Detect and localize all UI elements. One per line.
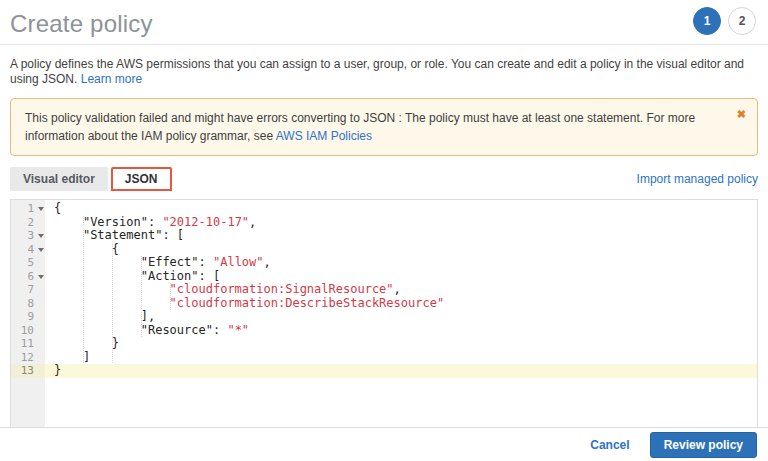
code-line[interactable]: "Version": "2012-10-17", — [45, 216, 757, 230]
page-title: Create policy — [10, 10, 754, 38]
footer-bar: Cancel Review policy — [0, 427, 768, 461]
code-line[interactable]: } — [45, 337, 757, 351]
step-circle-2: 2 — [728, 7, 756, 35]
learn-more-link[interactable]: Learn more — [81, 72, 142, 86]
code-line[interactable]: "Resource": "*" — [45, 324, 757, 338]
code-line[interactable]: "Statement": [ — [45, 229, 757, 243]
step-circle-1: 1 — [693, 7, 721, 35]
aws-iam-policies-link[interactable]: AWS IAM Policies — [276, 129, 372, 143]
line-number: 5 — [11, 256, 45, 270]
line-number: 9 — [11, 310, 45, 324]
cancel-button[interactable]: Cancel — [590, 438, 629, 452]
tab-json[interactable]: JSON — [111, 167, 172, 191]
line-number: 7 — [11, 283, 45, 297]
fold-caret-icon[interactable] — [38, 275, 44, 279]
line-number: 1 — [11, 202, 45, 216]
fold-caret-icon[interactable] — [38, 234, 44, 238]
json-policy-editor[interactable]: 12345678910111213 { "Version": "2012-10-… — [10, 199, 758, 455]
close-icon[interactable]: ✖ — [737, 105, 746, 123]
code-line[interactable]: "cloudformation:SignalResource", — [45, 283, 757, 297]
line-number: 12 — [11, 351, 45, 365]
fold-caret-icon[interactable] — [38, 207, 44, 211]
validation-warning-banner: ✖ This policy validation failed and migh… — [10, 98, 758, 156]
line-number: 11 — [11, 337, 45, 351]
tab-visual-editor[interactable]: Visual editor — [10, 167, 108, 191]
line-number: 3 — [11, 229, 45, 243]
editor-gutter: 12345678910111213 — [11, 200, 45, 454]
header-divider — [0, 44, 768, 45]
code-line[interactable]: } — [45, 364, 757, 378]
line-number: 6 — [11, 270, 45, 284]
code-line[interactable]: "Effect": "Allow", — [45, 256, 757, 270]
create-policy-page: Create policy 12 A policy defines the AW… — [0, 0, 768, 461]
line-number: 2 — [11, 216, 45, 230]
code-line[interactable]: ] — [45, 351, 757, 365]
code-line[interactable]: { — [45, 243, 757, 257]
code-line[interactable]: "cloudformation:DescribeStackResource" — [45, 297, 757, 311]
fold-caret-icon[interactable] — [38, 248, 44, 252]
intro-paragraph: A policy defines the AWS permissions tha… — [10, 57, 758, 87]
line-number: 10 — [11, 324, 45, 338]
tab-bar: Visual editor JSON Import managed policy — [10, 166, 758, 191]
editor-code-area[interactable]: { "Version": "2012-10-17", "Statement": … — [45, 200, 757, 454]
code-line[interactable]: "Action": [ — [45, 270, 757, 284]
line-number: 13 — [11, 364, 45, 378]
import-managed-policy-link[interactable]: Import managed policy — [637, 172, 758, 186]
page-header: Create policy 12 — [0, 0, 768, 44]
code-line[interactable]: { — [45, 202, 757, 216]
line-number: 4 — [11, 243, 45, 257]
review-policy-button[interactable]: Review policy — [650, 432, 757, 458]
code-line[interactable]: ], — [45, 310, 757, 324]
line-number: 8 — [11, 297, 45, 311]
step-indicator: 12 — [693, 7, 756, 35]
